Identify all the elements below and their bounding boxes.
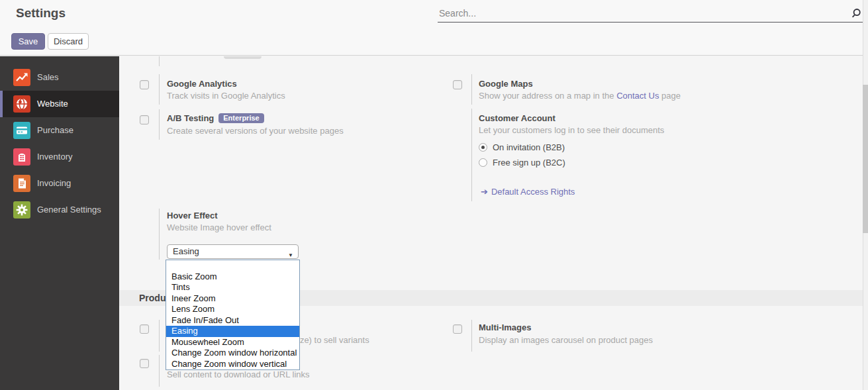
radio-button[interactable] (479, 158, 487, 167)
discard-button[interactable]: Discard (48, 33, 89, 50)
dropdown-option[interactable]: Change Zoom window horizontal (166, 348, 299, 359)
divider-partial (159, 56, 160, 66)
dropdown-option[interactable] (166, 260, 299, 271)
dropdown-option[interactable]: Easing (166, 326, 299, 337)
sidebar-item-label: General Settings (37, 205, 101, 215)
settings-page: Settings Save Discard Sales (0, 0, 868, 390)
multi-images-description: Display an images carousel on product pa… (479, 335, 653, 345)
google-analytics-checkbox[interactable] (140, 80, 149, 89)
right-arrow-icon: ➔ (481, 187, 488, 197)
ab-testing-checkbox[interactable] (140, 115, 149, 124)
divider (159, 320, 160, 352)
multi-images-checkbox[interactable] (453, 324, 462, 334)
multi-images-title: Multi-Images (479, 322, 531, 332)
customer-account-description: Let your customers log in to see their d… (479, 125, 664, 135)
search-input[interactable] (438, 4, 863, 23)
dropdown-option[interactable]: Ineer Zoom (166, 293, 299, 305)
gear-icon (13, 201, 30, 219)
google-maps-desc-suffix: page (659, 91, 681, 101)
divider (471, 320, 472, 352)
sidebar-item-label: Invoicing (37, 178, 71, 188)
sidebar-item-label: Website (37, 99, 68, 109)
sidebar-item-sales[interactable]: Sales (0, 64, 119, 91)
google-maps-title: Google Maps (479, 79, 533, 89)
divider (159, 355, 160, 387)
default-access-rights-label: Default Access Rights (491, 187, 575, 197)
google-analytics-title: Google Analytics (167, 79, 237, 89)
google-analytics-description: Track visits in Google Analytics (167, 91, 285, 101)
radio-label: Free sign up (B2C) (493, 158, 565, 168)
radio-free-signup[interactable]: Free sign up (B2C) (479, 158, 565, 168)
active-item-stripe (0, 91, 3, 117)
divider (159, 109, 160, 140)
radio-label: On invitation (B2B) (493, 142, 565, 152)
radio-button-selected[interactable] (479, 143, 487, 152)
sidebar-item-inventory[interactable]: Inventory (0, 144, 119, 170)
search-bar (438, 4, 863, 24)
divider (159, 74, 160, 105)
sidebar-item-label: Sales (37, 72, 59, 82)
radio-on-invitation[interactable]: On invitation (B2B) (479, 142, 565, 152)
sidebar-item-invoicing[interactable]: Invoicing (0, 170, 119, 197)
credit-card-icon (13, 122, 30, 139)
variants-checkbox[interactable] (140, 324, 149, 334)
save-button[interactable]: Save (11, 33, 45, 50)
sidebar-item-label: Purchase (37, 125, 73, 135)
page-title: Settings (16, 6, 66, 21)
sidebar-item-label: Inventory (37, 152, 72, 162)
globe-icon (13, 95, 30, 113)
document-icon (13, 175, 30, 192)
sidebar-item-website[interactable]: Website (0, 91, 119, 117)
dropdown-option[interactable]: Basic Zoom (166, 271, 299, 283)
sidebar: Sales Website (0, 56, 119, 390)
dropdown-option[interactable]: Change Zoom window vertical (166, 359, 299, 370)
contact-us-link[interactable]: Contact Us (616, 91, 659, 101)
enterprise-badge: Enterprise (218, 113, 264, 123)
divider (471, 109, 472, 201)
hover-effect-select[interactable]: Easing ▼ (167, 244, 299, 259)
sales-chart-icon (13, 69, 30, 86)
sidebar-item-general-settings[interactable]: General Settings (0, 197, 119, 223)
building-icon (13, 148, 30, 166)
divider (159, 209, 160, 260)
ab-testing-title: A/B TestingEnterprise (167, 113, 264, 123)
header-bar: Settings Save Discard (0, 0, 868, 56)
hover-effect-dropdown: Basic ZoomTintsIneer ZoomLens ZoomFade I… (166, 260, 300, 370)
default-access-rights-link[interactable]: ➔Default Access Rights (481, 187, 575, 197)
scrollbar-thumb[interactable] (863, 85, 868, 233)
dropdown-option[interactable]: Fade In/Fade Out (166, 315, 299, 326)
digital-content-checkbox[interactable] (140, 359, 149, 368)
dropdown-option[interactable]: Mousewheel Zoom (166, 337, 299, 348)
divider (471, 74, 472, 105)
ab-testing-description: Create several versions of your website … (167, 126, 344, 136)
ab-testing-title-text: A/B Testing (167, 113, 214, 123)
hover-effect-title: Hover Effect (167, 211, 218, 220)
scrolled-off-element-edge (224, 56, 262, 59)
digital-content-description: Sell content to download or URL links (167, 369, 310, 379)
google-maps-checkbox[interactable] (453, 80, 462, 89)
dropdown-option[interactable]: Tints (166, 282, 299, 293)
google-maps-description: Show your address on a map in the Contac… (479, 91, 681, 101)
hover-effect-description: Website Image hover effect (167, 222, 271, 232)
google-maps-desc-prefix: Show your address on a map in the (479, 91, 616, 101)
hover-effect-selected-value: Easing (173, 246, 199, 256)
sidebar-item-purchase[interactable]: Purchase (0, 117, 119, 144)
customer-account-title: Customer Account (479, 113, 555, 123)
search-icon[interactable] (851, 8, 861, 19)
dropdown-option[interactable]: Lens Zoom (166, 304, 299, 315)
